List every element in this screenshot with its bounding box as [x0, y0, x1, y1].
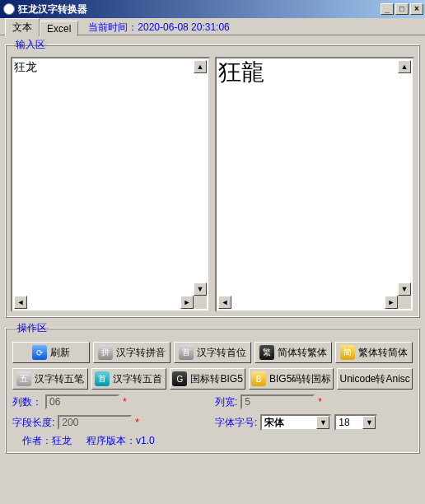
button-label: BIG5码转国标 [269, 372, 331, 386]
seglen-input[interactable]: 200 [58, 415, 132, 430]
output-textarea[interactable]: 狂龍 ▲ ▼ ◄ ► [215, 57, 414, 312]
traditional-to-simplified-button[interactable]: 简 繁体转简体 [335, 342, 413, 363]
chevron-down-icon[interactable]: ▼ [316, 416, 329, 429]
app-icon [3, 3, 15, 15]
scroll-up-icon[interactable]: ▲ [194, 60, 207, 73]
button-label: 繁体转简体 [358, 346, 408, 360]
titlebar: 狂龙汉字转换器 _ □ × [0, 0, 425, 18]
s2t-icon: 繁 [259, 345, 274, 360]
button-label: 汉字转五笔 [35, 372, 84, 386]
field-value: 200 [62, 417, 78, 428]
ops-group-legend: 操作区 [16, 321, 49, 335]
ops-group: 操作区 ⟳ 刷新 拼 汉字转拼音 首 汉字转首位 繁 简体转繁体 [5, 321, 420, 454]
time-value: 2020-06-08 20:31:06 [138, 21, 229, 33]
big52gb-icon: B [251, 371, 266, 386]
hanzi-to-shouwei-button[interactable]: 首 汉字转首位 [174, 342, 251, 363]
button-label: 简体转繁体 [278, 346, 327, 360]
scroll-down-icon[interactable]: ▼ [194, 282, 207, 296]
colw-input[interactable]: 5 [241, 394, 315, 409]
scroll-up-icon[interactable]: ▲ [398, 60, 411, 73]
version-label: 程序版本： [86, 435, 136, 446]
scroll-right-icon[interactable]: ► [385, 296, 398, 309]
hanzi-to-pinyin-button[interactable]: 拼 汉字转拼音 [93, 342, 170, 363]
fontsize-combo[interactable]: 18 ▼ [334, 414, 377, 431]
input-text-content: 狂龙 [14, 60, 207, 74]
scroll-right-icon[interactable]: ► [180, 296, 194, 309]
unicode-to-anisc-button[interactable]: Unicode转Anisc [337, 368, 413, 390]
close-button[interactable]: × [410, 3, 423, 15]
resize-grip-icon [398, 296, 411, 309]
initial-icon: 首 [179, 345, 194, 360]
minimize-button[interactable]: _ [381, 3, 394, 15]
input-group-legend: 输入区 [14, 38, 47, 52]
input-group: 输入区 狂龙 ▲ ▼ ◄ ► 狂龍 ▲ ▼ ◄ ► [5, 38, 420, 318]
author-label: 作者： [22, 435, 52, 446]
author-info: 作者：狂龙 [22, 434, 72, 448]
button-label: 汉字转拼音 [116, 346, 166, 360]
tab-excel[interactable]: Excel [40, 21, 78, 36]
wushou-icon: 首 [95, 371, 110, 386]
required-asterisk: * [135, 417, 139, 428]
refresh-button[interactable]: ⟳ 刷新 [12, 342, 90, 363]
required-asterisk: * [318, 396, 322, 408]
resize-grip-icon [194, 296, 207, 309]
required-asterisk: * [123, 396, 127, 408]
seglen-label: 字段长度: [12, 416, 54, 430]
output-text-content: 狂龍 [218, 60, 411, 86]
big5-to-gb-button[interactable]: B BIG5码转国标 [249, 368, 334, 390]
simplified-to-traditional-button[interactable]: 繁 简体转繁体 [255, 342, 332, 363]
time-label: 当前时间： [88, 21, 138, 33]
scroll-left-icon[interactable]: ◄ [14, 296, 27, 309]
chevron-down-icon[interactable]: ▼ [362, 416, 376, 429]
version-value: v1.0 [136, 435, 155, 446]
field-value: 5 [245, 396, 250, 408]
button-label: 刷新 [50, 346, 70, 360]
button-label: 国标转BIG5 [190, 372, 242, 386]
pinyin-icon: 拼 [98, 345, 113, 360]
scroll-down-icon[interactable]: ▼ [398, 282, 411, 296]
fontname-label: 字体字号: [215, 416, 257, 430]
t2s-icon: 简 [340, 345, 355, 360]
hanzi-to-wubi-button[interactable]: 五 汉字转五笔 [12, 368, 88, 390]
button-label: 汉字转首位 [197, 346, 246, 360]
combo-value: 18 [339, 417, 349, 428]
cols-input[interactable]: 06 [45, 394, 119, 409]
version-info: 程序版本：v1.0 [86, 434, 155, 448]
button-label: 汉字转五首 [113, 372, 162, 386]
cols-label: 列数： [12, 395, 42, 409]
wubi-icon: 五 [16, 371, 31, 386]
tabs-row: 文本 Excel 当前时间：2020-06-08 20:31:06 [0, 18, 425, 35]
colw-label: 列宽: [215, 395, 237, 409]
button-label: Unicode转Anisc [339, 372, 409, 386]
maximize-button[interactable]: □ [395, 3, 409, 15]
gb2big5-icon: G [172, 371, 187, 386]
tab-text[interactable]: 文本 [5, 18, 40, 36]
fontname-combo[interactable]: 宋体 ▼ [260, 414, 331, 431]
refresh-icon: ⟳ [32, 345, 47, 360]
scroll-left-icon[interactable]: ◄ [218, 296, 231, 309]
gb-to-big5-button[interactable]: G 国标转BIG5 [170, 368, 245, 390]
combo-value: 宋体 [264, 416, 284, 430]
current-time: 当前时间：2020-06-08 20:31:06 [88, 21, 229, 35]
field-value: 06 [49, 396, 60, 408]
hanzi-to-wushou-button[interactable]: 首 汉字转五首 [91, 368, 167, 390]
author-value: 狂龙 [52, 435, 72, 446]
window-title: 狂龙汉字转换器 [18, 2, 379, 16]
input-textarea[interactable]: 狂龙 ▲ ▼ ◄ ► [11, 57, 210, 312]
